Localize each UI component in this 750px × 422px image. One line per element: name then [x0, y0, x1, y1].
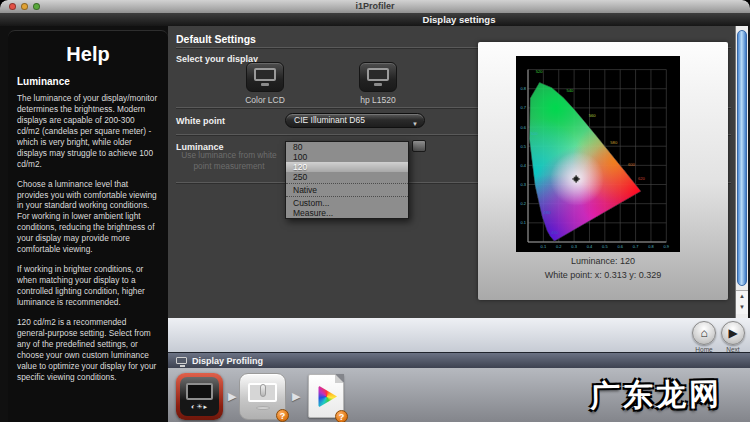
- next-button[interactable]: ▶: [721, 321, 745, 345]
- arrow-right-icon: ▶: [228, 390, 236, 403]
- svg-text:0.3: 0.3: [520, 182, 526, 187]
- display-name: Color LCD: [225, 95, 305, 105]
- white-point-value: CIE Illuminant D65: [294, 115, 365, 125]
- brightness-contrast-icons: ◐☀▸: [180, 403, 219, 411]
- svg-text:0.2: 0.2: [556, 244, 562, 249]
- page-title: Display settings: [168, 14, 750, 25]
- vertical-scrollbar[interactable]: ▲▼: [735, 26, 748, 318]
- color-profile-icon: [314, 384, 339, 409]
- help-paragraph: The luminance of your display/monitor de…: [17, 93, 159, 170]
- measure-device-button[interactable]: [412, 140, 426, 152]
- white-point-label: White point: [176, 116, 225, 126]
- menu-item-120[interactable]: 120: [286, 162, 408, 172]
- question-badge: ?: [276, 409, 289, 422]
- scrollbar-arrows[interactable]: ▲▼: [736, 290, 748, 314]
- display-settings-icon: ◐☀▸: [180, 377, 219, 416]
- menu-item-measure[interactable]: Measure...: [286, 208, 408, 218]
- luminance-disabled-note: Use luminance from white point measureme…: [178, 150, 280, 172]
- svg-text:0.4: 0.4: [520, 163, 526, 168]
- window-title: i1Profiler: [0, 1, 750, 11]
- svg-text:0.7: 0.7: [520, 105, 526, 110]
- help-heading: Luminance: [17, 76, 159, 87]
- help-paragraph: 120 cd/m2 is a recommended general-purpo…: [17, 317, 159, 383]
- svg-text:460: 460: [551, 230, 559, 235]
- help-title: Help: [17, 43, 159, 66]
- svg-text:0.7: 0.7: [633, 244, 639, 249]
- scrollbar-thumb[interactable]: [737, 30, 747, 286]
- svg-text:520: 520: [536, 69, 544, 74]
- svg-text:0.5: 0.5: [520, 144, 526, 149]
- luminance-dropdown-menu: 80100120250NativeCustom...Measure...: [285, 141, 409, 219]
- cie-diagram-svg: 0.10.20.30.40.50.60.70.80.90.10.20.30.40…: [516, 56, 680, 252]
- svg-text:560: 560: [589, 113, 597, 118]
- play-icon: ▶: [728, 326, 737, 340]
- monitor-stand-icon: [374, 83, 382, 86]
- svg-text:0.8: 0.8: [520, 86, 526, 91]
- chevron-down-icon: ▼: [412, 118, 418, 131]
- svg-text:620: 620: [638, 176, 646, 181]
- menu-item-custom[interactable]: Custom...: [286, 198, 408, 208]
- watermark-text: 广东龙网: [590, 374, 723, 417]
- svg-text:600: 600: [628, 162, 636, 167]
- menu-item-native[interactable]: Native: [286, 185, 408, 195]
- svg-text:540: 540: [566, 88, 574, 93]
- help-panel: Help Luminance The luminance of your dis…: [8, 30, 168, 422]
- menu-separator: [286, 196, 408, 197]
- luminance-caption: Luminance: 120: [478, 256, 728, 266]
- measurement-device-icon: [260, 384, 266, 397]
- window-titlebar: i1Profiler: [0, 0, 750, 13]
- chromaticity-panel: 0.10.20.30.40.50.60.70.80.90.10.20.30.40…: [478, 42, 728, 300]
- display-tile-color-lcd[interactable]: [246, 62, 284, 92]
- nav-strip: ⌂ Home ▶ Next: [168, 318, 750, 352]
- monitor-icon: [254, 68, 276, 81]
- svg-text:0.1: 0.1: [520, 220, 526, 225]
- svg-text:0.4: 0.4: [587, 244, 593, 249]
- select-display-label: Select your display: [176, 54, 258, 64]
- monitor-icon: [176, 357, 187, 364]
- monitor-icon: [367, 68, 389, 81]
- monitor-icon: [186, 383, 213, 400]
- step-measurement[interactable]: ?: [239, 373, 286, 420]
- page-header: Display settings: [0, 13, 750, 26]
- monitor-stand-icon: [256, 406, 270, 410]
- menu-item-250[interactable]: 250: [286, 172, 408, 182]
- white-point-dropdown[interactable]: CIE Illuminant D65 ▼: [285, 113, 425, 128]
- step-display-settings[interactable]: ◐☀▸: [176, 373, 223, 420]
- home-button[interactable]: ⌂: [692, 321, 716, 345]
- menu-item-100[interactable]: 100: [286, 152, 408, 162]
- home-icon: ⌂: [700, 326, 707, 340]
- cie-chromaticity-chart: 0.10.20.30.40.50.60.70.80.90.10.20.30.40…: [516, 56, 680, 252]
- display-tile-hp-l1520[interactable]: [359, 62, 397, 92]
- svg-text:0.2: 0.2: [520, 201, 526, 206]
- svg-text:0.1: 0.1: [541, 244, 547, 249]
- section-title: Default Settings: [176, 33, 256, 45]
- arrow-right-icon: ▶: [292, 390, 300, 403]
- svg-text:480: 480: [543, 210, 551, 215]
- display-name: hp L1520: [338, 95, 418, 105]
- profiling-bar-label: Display Profiling: [192, 356, 263, 366]
- svg-text:0.6: 0.6: [617, 244, 623, 249]
- svg-text:0.6: 0.6: [520, 125, 526, 130]
- folded-corner: [335, 374, 344, 383]
- svg-text:500: 500: [531, 131, 539, 136]
- help-paragraph: If working in brighter conditions, or wh…: [17, 264, 159, 308]
- help-text: The luminance of your display/monitor de…: [17, 93, 159, 383]
- help-paragraph: Choose a luminance level that provides y…: [17, 179, 159, 256]
- svg-text:0.8: 0.8: [648, 244, 654, 249]
- svg-text:0.9: 0.9: [664, 244, 670, 249]
- menu-item-80[interactable]: 80: [286, 142, 408, 152]
- svg-text:0.5: 0.5: [602, 244, 608, 249]
- white-point-caption: White point: x: 0.313 y: 0.329: [478, 270, 728, 280]
- svg-text:580: 580: [610, 140, 618, 145]
- question-badge: ?: [335, 410, 348, 422]
- profiling-bar[interactable]: Display Profiling: [168, 352, 750, 368]
- menu-separator: [286, 183, 408, 184]
- app-window: i1Profiler Display settings Help Luminan…: [0, 0, 750, 422]
- monitor-stand-icon: [261, 83, 269, 86]
- step-icc-profile[interactable]: ?: [303, 373, 350, 420]
- screenshot-stage: i1Profiler Display settings Help Luminan…: [0, 0, 750, 422]
- svg-text:0.3: 0.3: [571, 244, 577, 249]
